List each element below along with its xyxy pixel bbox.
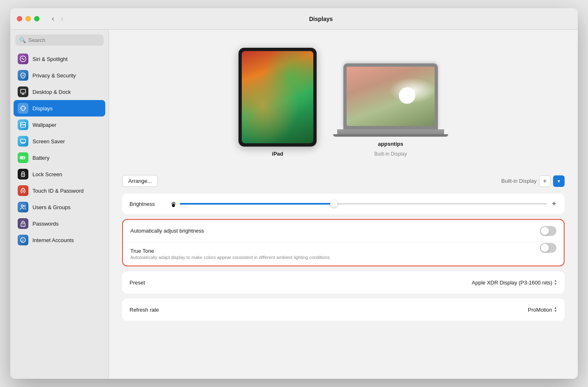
brightness-high-icon: ✦: [551, 199, 557, 208]
brightness-low-icon: ●: [171, 202, 176, 206]
search-bar[interactable]: 🔍: [15, 35, 104, 46]
true-tone-toggle[interactable]: [540, 243, 556, 253]
preset-section: Preset Apple XDR Display (P3-1600 nits) …: [122, 271, 565, 294]
sidebar-item-desktop[interactable]: Desktop & Dock: [14, 84, 105, 100]
arrange-right: Built-in Display + ▾: [501, 175, 565, 187]
traffic-lights: [17, 16, 39, 21]
main-content: iPad apps: [109, 30, 578, 379]
auto-brightness-label: Automatically adjust brightness: [130, 228, 540, 234]
macbook-foot: [333, 134, 448, 137]
refresh-rate-label: Refresh rate: [130, 307, 528, 313]
macbook-lid: [343, 63, 438, 129]
display-preview: iPad apps: [122, 40, 565, 165]
auto-brightness-true-tone-section: Automatically adjust brightness True Ton…: [122, 219, 565, 266]
system-preferences-window: ‹ › Displays 🔍 Siri & Spotlight: [10, 8, 578, 379]
sidebar-item-passwords[interactable]: Passwords: [14, 215, 105, 232]
svg-point-4: [21, 106, 25, 110]
search-input[interactable]: [28, 37, 100, 43]
minimize-button[interactable]: [25, 16, 31, 21]
nav-buttons: ‹ ›: [49, 14, 66, 24]
true-tone-row: True Tone Automatically adapt display to…: [123, 242, 564, 266]
sidebar: 🔍 Siri & Spotlight Privacy & Security: [10, 30, 109, 379]
auto-brightness-row: Automatically adjust brightness: [123, 220, 564, 242]
screensaver-icon: [18, 136, 28, 147]
sidebar-item-users[interactable]: Users & Groups: [14, 199, 105, 215]
touchid-icon: [18, 185, 28, 196]
chevron-down-icon: ▾: [558, 178, 560, 184]
brightness-slider-thumb[interactable]: [330, 200, 338, 207]
display-menu-button[interactable]: ▾: [553, 175, 565, 187]
macbook-label: appsntips: [378, 141, 403, 147]
sidebar-item-touchid[interactable]: Touch ID & Password: [14, 182, 105, 199]
sidebar-item-battery[interactable]: Battery: [14, 149, 105, 166]
true-tone-sublabel: Automatically adapt display to make colo…: [130, 255, 331, 260]
svg-text:@: @: [21, 239, 24, 242]
sidebar-item-label-battery: Battery: [32, 155, 49, 161]
desktop-icon: [18, 86, 28, 97]
sidebar-item-label-touchid: Touch ID & Password: [32, 188, 83, 194]
preset-row: Preset Apple XDR Display (P3-1600 nits) …: [122, 271, 565, 294]
window-content: 🔍 Siri & Spotlight Privacy & Security: [10, 30, 578, 379]
passwords-icon: [18, 218, 28, 229]
sidebar-item-wallpaper[interactable]: Wallpaper: [14, 117, 105, 133]
ipad-display-item: iPad: [238, 48, 317, 157]
window-title: Displays: [71, 16, 571, 22]
svg-rect-10: [21, 139, 25, 142]
refresh-rate-row: Refresh rate ProMotion ▲▼: [122, 298, 565, 321]
sidebar-item-label-internet: Internet Accounts: [32, 237, 74, 243]
sidebar-item-siri[interactable]: Siri & Spotlight: [14, 51, 105, 67]
sidebar-list: Siri & Spotlight Privacy & Security Desk…: [10, 49, 109, 379]
refresh-rate-stepper-arrows: ▲▼: [554, 306, 557, 313]
battery-icon: [18, 152, 28, 163]
sidebar-item-label-siri: Siri & Spotlight: [32, 56, 67, 62]
svg-point-18: [21, 205, 23, 207]
displays-icon: [18, 103, 28, 114]
sidebar-item-label-displays: Displays: [32, 105, 53, 112]
add-display-button[interactable]: +: [539, 175, 551, 187]
lockscreen-icon: [18, 169, 28, 180]
ipad-frame[interactable]: [238, 48, 317, 147]
forward-button[interactable]: ›: [58, 14, 66, 24]
auto-brightness-toggle-thumb: [541, 227, 549, 235]
auto-brightness-toggle[interactable]: [540, 226, 556, 236]
sidebar-item-label-lockscreen: Lock Screen: [32, 171, 62, 177]
back-button[interactable]: ‹: [49, 14, 57, 24]
true-tone-label: True Tone: [130, 248, 331, 254]
brightness-section: Brightness ● ✦: [122, 194, 565, 214]
preset-value: Apple XDR Display (P3-1600 nits): [472, 280, 552, 286]
sidebar-item-label-passwords: Passwords: [32, 221, 59, 227]
sidebar-item-label-wallpaper: Wallpaper: [32, 122, 56, 128]
macbook-wallpaper: [347, 67, 435, 126]
arrange-button[interactable]: Arrange...: [122, 175, 158, 187]
search-icon: 🔍: [19, 37, 26, 43]
maximize-button[interactable]: [34, 16, 39, 21]
macbook-frame[interactable]: [333, 63, 448, 137]
sidebar-item-screensaver[interactable]: Screen Saver: [14, 133, 105, 149]
preset-stepper-arrows: ▲▼: [554, 279, 557, 286]
close-button[interactable]: [17, 16, 22, 21]
refresh-rate-select-wrapper[interactable]: ProMotion ▲▼: [528, 306, 557, 313]
sidebar-item-internet[interactable]: @ Internet Accounts: [14, 232, 105, 248]
brightness-label: Brightness: [130, 201, 167, 207]
true-tone-text: True Tone Automatically adapt display to…: [130, 248, 331, 260]
ipad-screen: [242, 51, 313, 143]
brightness-slider-container: ● ✦: [171, 199, 557, 208]
internet-icon: @: [18, 235, 28, 245]
refresh-rate-section: Refresh rate ProMotion ▲▼: [122, 298, 565, 321]
siri-icon: [18, 54, 28, 64]
svg-rect-1: [21, 89, 25, 93]
sidebar-item-displays[interactable]: Displays: [14, 100, 105, 117]
sidebar-item-label-privacy: Privacy & Security: [32, 72, 76, 79]
titlebar: ‹ › Displays: [10, 8, 578, 30]
macbook-sublabel: Built-in Display: [374, 151, 407, 157]
built-in-display-label: Built-in Display: [501, 178, 537, 184]
wallpaper-icon: [18, 119, 28, 130]
svg-point-19: [24, 205, 25, 207]
sidebar-item-privacy[interactable]: Privacy & Security: [14, 67, 105, 84]
macbook-screen: [347, 67, 435, 126]
preset-select-wrapper[interactable]: Apple XDR Display (P3-1600 nits) ▲▼: [472, 279, 557, 286]
sidebar-item-lockscreen[interactable]: Lock Screen: [14, 166, 105, 182]
brightness-slider-track[interactable]: [180, 203, 547, 205]
ipad-wallpaper: [242, 51, 313, 143]
privacy-icon: [18, 70, 28, 81]
